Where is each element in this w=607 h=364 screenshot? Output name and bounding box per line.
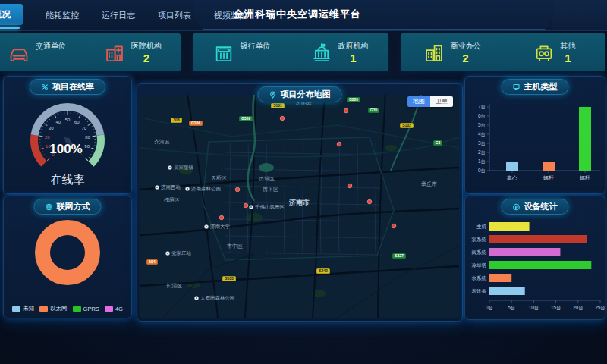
svg-text:表设备: 表设备 xyxy=(472,288,487,294)
svg-text:20: 20 xyxy=(45,135,50,140)
svg-text:15台: 15台 xyxy=(551,305,561,311)
topbar-decor xyxy=(552,0,607,30)
svg-text:80: 80 xyxy=(85,135,90,140)
svg-text:冷却塔: 冷却塔 xyxy=(472,262,487,268)
chart-bar xyxy=(489,287,525,295)
svg-text:308: 308 xyxy=(173,118,180,122)
map-project-marker[interactable] xyxy=(344,108,348,113)
page-title: 金洲科瑞中央空调运维平台 xyxy=(234,0,361,28)
stat-group: 商业办公2 xyxy=(401,33,503,71)
online-rate-header: 项目在线率 xyxy=(30,79,105,95)
network-type-panel: 联网方式 未知以太网GPRS4G xyxy=(3,196,132,318)
map-poi-label: 千佛山风景区 xyxy=(249,204,285,209)
svg-text:G220: G220 xyxy=(349,97,358,102)
map-area-label: 齐河县 xyxy=(154,139,170,145)
svg-text:50: 50 xyxy=(65,118,71,122)
svg-text:25台: 25台 xyxy=(595,305,605,311)
device-stats-chart: 主机泵系统阀系统冷却塔水系统表设备0台5台10台15台20台25台 xyxy=(465,210,605,316)
map-road-shield: G3 xyxy=(433,140,442,146)
map-mode-button[interactable]: 地图 xyxy=(407,96,430,107)
map-project-marker[interactable] xyxy=(280,116,285,121)
stat-group: 其他1 xyxy=(503,33,605,71)
host-type-chart: 0台1台2台3台4台5台6台7台离心螺杆螺杆 xyxy=(465,92,605,190)
legend-label: 4G xyxy=(115,306,123,312)
svg-text:S242: S242 xyxy=(319,268,328,273)
globe-icon xyxy=(46,203,53,211)
svg-text:4台: 4台 xyxy=(478,131,486,137)
svg-text:千佛山风景区: 千佛山风景区 xyxy=(255,204,285,209)
map-area-label: 历城区 xyxy=(259,176,275,182)
map-road-shield: 104 xyxy=(146,259,158,265)
chart-bar xyxy=(506,162,518,171)
svg-text:济南大学: 济南大学 xyxy=(210,224,231,230)
nav-tab-0[interactable]: 概况 xyxy=(0,4,23,25)
map-project-marker[interactable] xyxy=(392,224,396,228)
map-area-label: 市中区 xyxy=(227,243,243,249)
car-icon xyxy=(8,42,30,63)
chart-bar xyxy=(489,235,587,243)
svg-text:70: 70 xyxy=(81,126,86,130)
stats-card-2: 商业办公2其他1 xyxy=(401,33,605,71)
network-type-title: 联网方式 xyxy=(57,201,90,212)
stat-label: 医院机构 xyxy=(131,41,162,52)
chart-bar xyxy=(489,261,591,269)
map-area-label: 历下区 xyxy=(263,187,278,193)
government-icon xyxy=(311,42,332,63)
map-project-marker[interactable] xyxy=(348,184,352,188)
device-stats-panel: 设备统计 主机泵系统阀系统冷却塔水系统表设备0台5台10台15台20台25台 xyxy=(464,196,605,320)
bank-icon xyxy=(213,42,234,63)
project-distribution-map[interactable]: G220S101G35308G104G309S102G3S327S242S103… xyxy=(140,95,459,318)
svg-text:离心: 离心 xyxy=(506,175,517,180)
stat-label: 交通单位 xyxy=(36,41,66,52)
legend-item[interactable]: 以太网 xyxy=(39,305,68,312)
map-type-switch: 地图卫星 xyxy=(407,96,453,107)
map-road-shield: S242 xyxy=(316,268,330,274)
map-road-shield: G220 xyxy=(347,97,360,102)
legend-swatch xyxy=(73,306,81,312)
nav-tab-3[interactable]: 项目列表 xyxy=(158,0,191,30)
nav-tabs: 概况能耗监控运行日志项目列表视频监控 xyxy=(0,0,247,30)
online-rate-gauge: 0102030405060708090100% xyxy=(7,93,128,181)
map-project-marker[interactable] xyxy=(219,215,224,220)
map-city-label: 济南市 xyxy=(288,199,310,206)
svg-text:20台: 20台 xyxy=(573,305,583,311)
legend-label: GPRS xyxy=(83,306,99,312)
svg-text:2台: 2台 xyxy=(478,149,486,155)
gauge-caption: 在线率 xyxy=(4,173,131,187)
svg-text:G104: G104 xyxy=(191,121,200,125)
stat-label: 商业办公 xyxy=(451,41,481,52)
legend-item[interactable]: GPRS xyxy=(73,305,99,312)
svg-text:螺杆: 螺杆 xyxy=(543,175,554,180)
map-project-marker[interactable] xyxy=(337,142,341,146)
map-poi-label: 济南森林公园 xyxy=(185,186,221,192)
svg-text:0台: 0台 xyxy=(486,305,493,311)
legend-item[interactable]: 4G xyxy=(105,305,123,312)
percent-icon xyxy=(41,83,49,91)
map-project-marker[interactable] xyxy=(367,199,372,204)
gauge-value: 100% xyxy=(49,142,82,156)
stat-group: 医院机构2 xyxy=(85,33,181,71)
map-panel: 项目分布地图 G220S101G35308G104G309S102G3S327S… xyxy=(137,83,463,322)
stat-value: 2 xyxy=(462,52,468,64)
map-road-shield: S103 xyxy=(222,276,236,281)
legend-swatch xyxy=(12,306,20,312)
nav-tab-1[interactable]: 能耗监控 xyxy=(46,0,79,30)
satellite-mode-button[interactable]: 卫星 xyxy=(430,96,453,107)
map-pin-icon xyxy=(269,91,277,99)
map-project-marker[interactable] xyxy=(244,203,248,208)
map-road-shield: S101 xyxy=(271,103,285,108)
chart-bar xyxy=(543,162,555,171)
hospital-icon xyxy=(104,42,125,63)
stat-label: 政府机构 xyxy=(338,41,369,52)
svg-text:阀系统: 阀系统 xyxy=(472,249,487,256)
map-road-shield: G309 xyxy=(239,116,253,121)
legend-item[interactable]: 未知 xyxy=(12,305,34,312)
legend-swatch xyxy=(105,306,113,312)
svg-text:水系统: 水系统 xyxy=(472,275,487,281)
map-project-marker[interactable] xyxy=(235,187,240,192)
stat-value: 1 xyxy=(350,52,356,64)
nav-tab-2[interactable]: 运行日志 xyxy=(102,0,135,30)
svg-text:大石崮森林公园: 大石崮森林公园 xyxy=(200,295,235,301)
svg-text:5台: 5台 xyxy=(508,305,515,311)
svg-text:螺杆: 螺杆 xyxy=(580,175,590,180)
